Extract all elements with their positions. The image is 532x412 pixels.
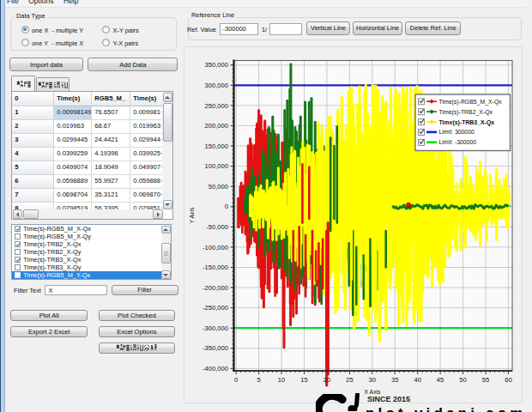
svg-text:50: 50 [459,376,466,384]
svg-text:40: 40 [414,376,420,384]
svg-text:150,000: 150,000 [205,142,228,150]
svg-text:300,000: 300,000 [205,82,228,89]
svg-text:30: 30 [369,376,376,384]
svg-text:5: 5 [257,376,260,384]
svg-text:-250,000: -250,000 [203,304,228,312]
svg-text:200,000: 200,000 [205,122,228,130]
svg-text:350,000: 350,000 [205,61,228,69]
svg-text:Time(s)-TRB2_X-Qx: Time(s)-TRB2_X-Qx [439,109,493,116]
svg-text:10: 10 [278,376,285,384]
svg-text:Time(s)-TRB3_X-Qx: Time(s)-TRB3_X-Qx [439,119,495,126]
svg-text:100,000: 100,000 [205,162,228,170]
svg-text:Limit: -300000: Limit: -300000 [439,139,477,145]
svg-text:-350,000: -350,000 [203,344,228,352]
svg-text:60: 60 [505,376,511,384]
svg-text:-200,000: -200,000 [203,284,228,292]
svg-text:45: 45 [437,376,444,384]
svg-text:15: 15 [300,376,307,384]
svg-text:20: 20 [323,376,330,384]
svg-text:Y Axis: Y Axis [189,207,195,223]
svg-text:-400,000: -400,000 [203,365,228,373]
svg-text:Time(s)-RGB5_M_X-Qx: Time(s)-RGB5_M_X-Qx [439,99,503,106]
svg-text:-300,000: -300,000 [203,324,228,332]
svg-text:35: 35 [391,376,398,384]
svg-text:0: 0 [234,376,238,384]
svg-text:-100,000: -100,000 [203,244,228,251]
svg-text:Limit: 300000: Limit: 300000 [439,129,475,135]
svg-text:50,000: 50,000 [209,183,228,191]
svg-text:250,000: 250,000 [205,102,228,110]
svg-text:55: 55 [482,376,489,384]
svg-text:-150,000: -150,000 [203,264,228,271]
svg-text:25: 25 [346,376,353,384]
svg-text:-50,000: -50,000 [206,223,228,231]
svg-text:0: 0 [225,203,228,210]
